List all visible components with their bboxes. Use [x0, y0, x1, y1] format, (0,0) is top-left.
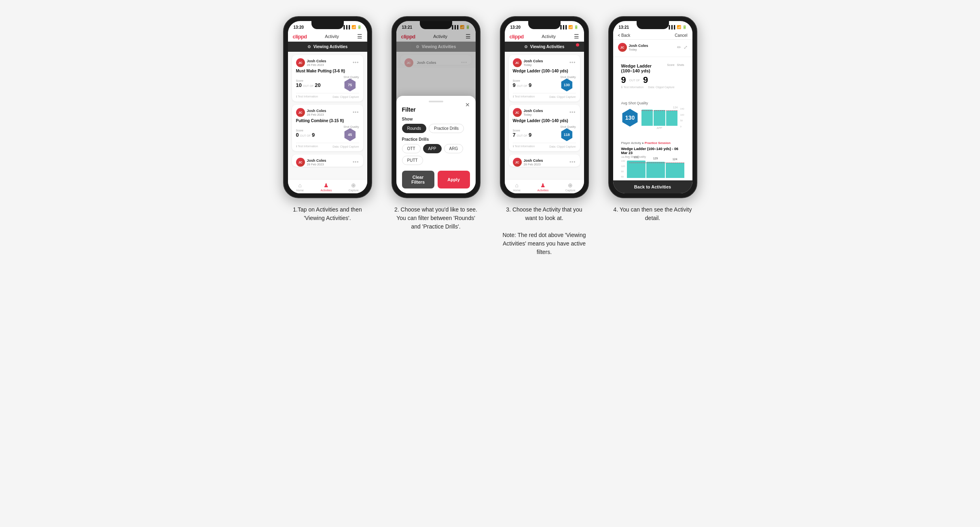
- logo-1: clippd: [293, 34, 307, 40]
- edit-icon-4[interactable]: ✏: [677, 44, 681, 50]
- activity-card-3-3[interactable]: JC Josh Coles 28 Feb 2023 •••: [509, 155, 580, 167]
- card-user-3-1: JC Josh Coles Today: [513, 58, 543, 67]
- score-label-3-2: Score: [513, 129, 532, 132]
- phone-notch-3: [528, 21, 561, 29]
- card-stats-3-2: Score 7 OUT OF 9 Shot Quality 1: [513, 125, 576, 141]
- caption-3: 3. Choose the Activity that you want to …: [502, 205, 587, 256]
- activity-card-3-2[interactable]: JC Josh Coles Today ••• Wedge Ladder (10…: [509, 105, 580, 151]
- activity-card-1-1[interactable]: JC Josh Coles 28 Feb 2023 ••• Must Make …: [292, 55, 363, 102]
- modal-handle-2: [429, 101, 443, 102]
- back-to-activities-4[interactable]: Back to Activities: [613, 180, 692, 193]
- apply-button-2[interactable]: Apply: [438, 171, 470, 188]
- stat-sq-1-2: Shot Quality 45: [343, 125, 359, 141]
- viewing-bar-1[interactable]: ⚙ Viewing Activities: [288, 42, 367, 52]
- stat-score-3-1: Score 9 OUT OF 9: [513, 79, 532, 88]
- stat-sq-3-1: Shot Quality 130: [560, 76, 576, 91]
- dots-1-3[interactable]: •••: [353, 159, 359, 165]
- score-row-4: 9 OUT OF 9: [621, 75, 684, 85]
- activity-card-1-2[interactable]: JC Josh Coles 28 Feb 2023 ••• Putting Co…: [292, 105, 363, 151]
- footer-data-3-2: Data: Clippd Capture: [549, 145, 576, 148]
- outof-1-2: OUT OF: [300, 134, 311, 137]
- hexagon-1-2: 45: [343, 128, 356, 141]
- nav-title-3: Activity: [542, 34, 556, 39]
- activities-icon-1: ♟: [324, 182, 329, 188]
- data-capture-4: Data: Clippd Capture: [648, 86, 674, 89]
- clear-filters-button-2[interactable]: Clear Filters: [402, 171, 434, 188]
- tab-home-1[interactable]: ⌂ Home: [296, 182, 304, 192]
- card-stats-3-1: Score 9 OUT OF 9 Shot Quality 1: [513, 76, 576, 91]
- score-row-1-1: 10 OUT OF 20: [296, 82, 321, 88]
- tab-activities-1[interactable]: ♟ Activities: [321, 182, 332, 192]
- card-title-3-2: Wedge Ladder (100–140 yds): [513, 119, 576, 123]
- tab-activities-3[interactable]: ♟ Activities: [538, 182, 549, 192]
- phone-frame-3: 13:20 ▐▐▐ 📶 🔋 clippd Activity ☰ ⚙ Viewin…: [500, 16, 589, 198]
- dots-1-2[interactable]: •••: [353, 110, 359, 115]
- pill-drills-2[interactable]: Practice Drills: [429, 124, 464, 133]
- title-row-4: Wedge Ladder (100–140 yds) Score Shots: [621, 63, 684, 73]
- card-header-1-1: JC Josh Coles 28 Feb 2023 •••: [296, 58, 359, 67]
- menu-icon-3[interactable]: ☰: [574, 33, 579, 40]
- nav-title-1: Activity: [325, 34, 339, 39]
- tab-capture-label-3: Capture: [565, 189, 576, 192]
- bar2-4-1: 132: [627, 161, 646, 178]
- chart-x-label-4: APP: [641, 127, 678, 129]
- pill-rounds-2[interactable]: Rounds: [402, 124, 426, 133]
- modal-close-2[interactable]: ✕: [465, 102, 470, 108]
- dots-3-2[interactable]: •••: [569, 110, 576, 115]
- tab-capture-1[interactable]: ⊕ Capture: [349, 182, 359, 192]
- tab-home-label-1: Home: [296, 189, 304, 192]
- shots-value-1-2: 9: [312, 132, 315, 138]
- score-value-1-1: 10: [296, 82, 302, 88]
- score-row-3-1: 9 OUT OF 9: [513, 82, 532, 88]
- phone-screen-1: 13:20 ▐▐▐ 📶 🔋 clippd Activity ☰ ⚙ Vi: [288, 21, 367, 193]
- phone-notch-1: [311, 21, 344, 29]
- stat-sq-1-1: Shot Quality 75: [343, 76, 359, 91]
- practice-label-2: Practice Drills: [402, 137, 470, 142]
- hexagon-1-1: 75: [343, 78, 356, 91]
- show-label-2: Show: [402, 117, 470, 121]
- back-button-4[interactable]: < Back: [618, 33, 631, 38]
- card-footer-3-2: ℹ Test Information Data: Clippd Capture: [513, 143, 576, 148]
- activity-list-3: JC Josh Coles Today ••• Wedge Ladder (10…: [505, 52, 584, 179]
- user-info-1-3: Josh Coles 28 Feb 2023: [307, 159, 326, 166]
- pill-app-2[interactable]: APP: [423, 144, 442, 153]
- red-dot-3: [576, 43, 579, 47]
- score-row-1-2: 0 OUT OF 9: [296, 132, 315, 138]
- activity-card-3-1[interactable]: JC Josh Coles Today ••• Wedge Ladder (10…: [509, 55, 580, 102]
- score-value-3-1: 9: [513, 82, 516, 88]
- phone-frame-4: 13:21 ▐▐▐ 📶 🔋 < Back Cancel: [608, 16, 697, 198]
- card-header-1-3: JC Josh Coles 28 Feb 2023 •••: [296, 158, 359, 167]
- expand-icon-4[interactable]: ⤢: [684, 44, 688, 50]
- pill-arg-2[interactable]: ARG: [444, 144, 464, 153]
- cancel-button-4[interactable]: Cancel: [675, 33, 687, 38]
- menu-icon-1[interactable]: ☰: [357, 33, 362, 40]
- activity-card-1-3[interactable]: JC Josh Coles 28 Feb 2023 •••: [292, 155, 363, 167]
- score-value-3-2: 7: [513, 132, 516, 138]
- bar2-4-3: 124: [666, 163, 684, 178]
- pill-putt-2[interactable]: PUTT: [402, 156, 423, 165]
- pill-ott-2[interactable]: OTT: [402, 144, 421, 153]
- y-label-140-4: 140: [680, 108, 684, 110]
- shots-col-4: Shots: [677, 63, 684, 66]
- signal-icon-3: ▐▐▐: [559, 25, 567, 29]
- filter-icon-3: ⚙: [524, 44, 528, 49]
- tab-home-3[interactable]: ⌂ Home: [513, 182, 521, 192]
- dots-1-1[interactable]: •••: [353, 60, 359, 66]
- viewing-bar-3[interactable]: ⚙ Viewing Activities: [505, 42, 584, 52]
- phone-col-2: 13:21 ▐▐▐ 📶 🔋 clippd Activity ☰ ⚙ Viewin…: [387, 16, 485, 231]
- card-title-1-1: Must Make Putting (3-6 ft): [296, 69, 359, 73]
- status-icons-3: ▐▐▐ 📶 🔋: [559, 25, 578, 29]
- card-user-1-2: JC Josh Coles 28 Feb 2023: [296, 108, 326, 117]
- phone-screen-4: 13:21 ▐▐▐ 📶 🔋 < Back Cancel: [613, 21, 692, 193]
- card-header-1-2: JC Josh Coles 28 Feb 2023 •••: [296, 108, 359, 117]
- card-title-3-1: Wedge Ladder (100–140 yds): [513, 69, 576, 73]
- bar-4-1: [641, 110, 653, 126]
- dots-3-3[interactable]: •••: [569, 159, 576, 165]
- battery-icon-4: 🔋: [682, 25, 687, 29]
- user-info-3-1: Josh Coles Today: [524, 59, 543, 67]
- phone-col-3: 13:20 ▐▐▐ 📶 🔋 clippd Activity ☰ ⚙ Viewin…: [496, 16, 593, 256]
- capture-icon-1: ⊕: [351, 182, 356, 188]
- chart-line-label-4: 124: [641, 106, 678, 109]
- tab-capture-3[interactable]: ⊕ Capture: [565, 182, 576, 192]
- dots-3-1[interactable]: •••: [569, 60, 576, 66]
